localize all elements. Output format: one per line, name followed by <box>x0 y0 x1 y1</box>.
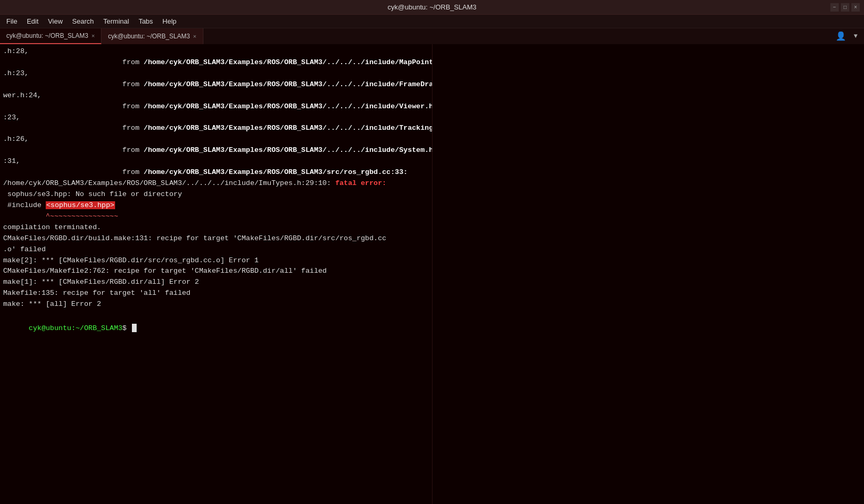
tab-1-close[interactable]: × <box>91 33 95 39</box>
menu-terminal[interactable]: Terminal <box>99 16 133 26</box>
close-button[interactable]: × <box>851 3 860 12</box>
term-line-12: from /home/cyk/ORB_SLAM3/Examples/ROS/OR… <box>3 167 429 178</box>
tab-bar: cyk@ubuntu: ~/ORB_SLAM3 × cyk@ubuntu: ~/… <box>0 28 864 44</box>
prompt-path: :~/ORB_SLAM3 <box>71 324 122 332</box>
term-line-13: /home/cyk/ORB_SLAM3/Examples/ROS/ORB_SLA… <box>3 178 429 189</box>
term-line-23: Makefile:135: recipe for target 'all' fa… <box>3 288 429 299</box>
term-line-3: .h:23, <box>3 68 429 79</box>
term-line-7: :23, <box>3 112 429 124</box>
menu-help[interactable]: Help <box>158 16 181 26</box>
terminal-pane-right[interactable] <box>433 44 865 504</box>
term-line-15: #include <sophus/se3.hpp> <box>3 200 429 211</box>
term-line-2: from /home/cyk/ORB_SLAM3/Examples/ROS/OR… <box>3 57 429 68</box>
term-line-16: ^~~~~~~~~~~~~~~~~ <box>3 211 429 222</box>
term-line-8: from /home/cyk/ORB_SLAM3/Examples/ROS/OR… <box>3 123 429 134</box>
tab-2-close[interactable]: × <box>193 33 196 39</box>
terminal-pane-left[interactable]: .h:28, from /home/cyk/ORB_SLAM3/Examples… <box>0 44 433 504</box>
term-line-5: wer.h:24, <box>3 90 429 101</box>
maximize-button[interactable]: □ <box>841 3 849 12</box>
tab-2-label: cyk@ubuntu: ~/ORB_SLAM3 <box>108 33 190 40</box>
terminal-area: .h:28, from /home/cyk/ORB_SLAM3/Examples… <box>0 44 864 504</box>
tab-bar-right: 👤 ▼ <box>835 28 864 44</box>
expand-icon: ▼ <box>849 30 862 43</box>
term-line-24: make: *** [all] Error 2 <box>3 299 429 310</box>
term-line-14: sophus/se3.hpp: No such file or director… <box>3 189 429 200</box>
term-prompt-line: cyk@ubuntu:~/ORB_SLAM3$ <box>3 312 429 345</box>
menu-search[interactable]: Search <box>68 16 98 26</box>
tab-1-label: cyk@ubuntu: ~/ORB_SLAM3 <box>6 32 88 39</box>
menu-file[interactable]: File <box>2 16 22 26</box>
term-line-22: make[1]: *** [CMakeFiles/RGBD.dir/all] E… <box>3 277 429 288</box>
title-bar: cyk@ubuntu: ~/ORB_SLAM3 − □ × <box>0 0 864 15</box>
term-line-21: CMakeFiles/Makefile2:762: recipe for tar… <box>3 266 429 277</box>
prompt-user: cyk@ubuntu <box>29 324 71 332</box>
menu-view[interactable]: View <box>44 16 67 26</box>
prompt-symbol: $ <box>122 324 131 332</box>
user-icon: 👤 <box>835 30 847 43</box>
term-line-4: from /home/cyk/ORB_SLAM3/Examples/ROS/OR… <box>3 79 429 90</box>
term-line-18: CMakeFiles/RGBD.dir/build.make:131: reci… <box>3 233 429 244</box>
menu-tabs[interactable]: Tabs <box>135 16 157 26</box>
tab-1[interactable]: cyk@ubuntu: ~/ORB_SLAM3 × <box>0 28 101 44</box>
cursor <box>132 324 137 332</box>
term-line-11: :31, <box>3 156 429 167</box>
minimize-button[interactable]: − <box>830 3 839 12</box>
menu-bar: File Edit View Search Terminal Tabs Help <box>0 15 864 28</box>
term-line-19: .o' failed <box>3 244 429 255</box>
term-line-17: compilation terminated. <box>3 222 429 233</box>
menu-edit[interactable]: Edit <box>23 16 43 26</box>
term-line-1: .h:28, <box>3 46 429 57</box>
tab-2[interactable]: cyk@ubuntu: ~/ORB_SLAM3 × <box>101 28 203 44</box>
window-title: cyk@ubuntu: ~/ORB_SLAM3 <box>388 3 477 11</box>
term-line-6: from /home/cyk/ORB_SLAM3/Examples/ROS/OR… <box>3 101 429 112</box>
term-line-10: from /home/cyk/ORB_SLAM3/Examples/ROS/OR… <box>3 145 429 156</box>
term-line-9: .h:26, <box>3 134 429 145</box>
window-controls: − □ × <box>830 3 860 12</box>
term-line-20: make[2]: *** [CMakeFiles/RGBD.dir/src/ro… <box>3 255 429 266</box>
